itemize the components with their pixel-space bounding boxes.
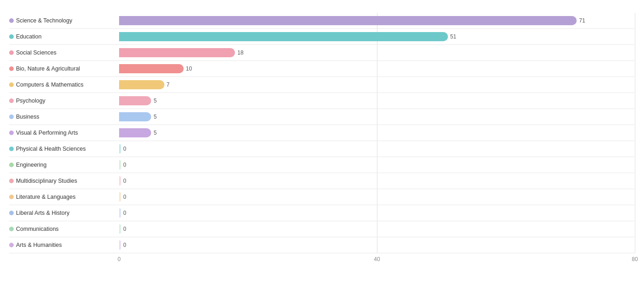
bar-row: Psychology5 xyxy=(9,93,635,109)
bar-value-label: 0 xyxy=(123,146,126,152)
label-dot xyxy=(9,98,14,103)
label-text: Physical & Health Sciences xyxy=(16,146,86,152)
bar-label: Literature & Languages xyxy=(9,194,119,200)
bar-row: Social Sciences18 xyxy=(9,45,635,61)
bar-value-label: 0 xyxy=(123,210,126,216)
label-text: Visual & Performing Arts xyxy=(16,130,78,136)
bar-fill xyxy=(119,192,121,202)
bar-label: Arts & Humanities xyxy=(9,242,119,248)
label-dot xyxy=(9,243,14,247)
label-dot xyxy=(9,163,14,167)
bar-row: Liberal Arts & History0 xyxy=(9,205,635,221)
bar-track: 5 xyxy=(119,109,635,125)
chart-area: Science & Technology71Education51Social … xyxy=(9,13,635,279)
bar-label: Social Sciences xyxy=(9,49,119,56)
grid-line xyxy=(635,125,635,141)
bar-value-label: 7 xyxy=(167,82,170,88)
label-dot xyxy=(9,211,14,215)
bar-row: Visual & Performing Arts5 xyxy=(9,125,635,141)
bar-value-label: 0 xyxy=(123,178,126,184)
label-dot xyxy=(9,34,14,39)
bar-row: Computers & Mathematics7 xyxy=(9,77,635,93)
bar-row: Science & Technology71 xyxy=(9,13,635,29)
label-text: Arts & Humanities xyxy=(16,242,62,248)
bar-track: 0 xyxy=(119,157,635,173)
grid-line xyxy=(635,173,635,189)
bar-row: Arts & Humanities0 xyxy=(9,237,635,253)
label-dot xyxy=(9,131,14,135)
label-dot xyxy=(9,115,14,119)
bar-track: 18 xyxy=(119,45,635,60)
label-text: Bio, Nature & Agricultural xyxy=(16,65,80,72)
bar-label: Multidisciplinary Studies xyxy=(9,178,119,184)
bar-value-label: 5 xyxy=(153,130,157,136)
label-dot xyxy=(9,227,14,231)
bar-track: 7 xyxy=(119,77,635,93)
bar-track: 0 xyxy=(119,237,635,253)
bar-label: Physical & Health Sciences xyxy=(9,146,119,152)
bar-row: Engineering0 xyxy=(9,157,635,173)
bar-value-label: 0 xyxy=(123,194,126,200)
grid-line xyxy=(635,141,635,157)
label-dot xyxy=(9,66,14,71)
grid-line xyxy=(635,109,635,125)
label-text: Computers & Mathematics xyxy=(16,82,83,88)
label-text: Liberal Arts & History xyxy=(16,210,70,216)
bar-fill xyxy=(119,64,184,73)
grid-line xyxy=(635,157,635,173)
bar-fill xyxy=(119,80,164,89)
label-text: Engineering xyxy=(16,162,47,168)
bar-row: Business5 xyxy=(9,109,635,125)
x-tick-label: 40 xyxy=(374,256,380,262)
bar-value-label: 71 xyxy=(579,17,585,24)
bar-fill xyxy=(119,144,121,153)
bar-fill xyxy=(119,160,121,169)
bar-fill xyxy=(119,208,121,218)
grid-line xyxy=(635,205,635,221)
bar-fill xyxy=(119,96,151,105)
bar-label: Education xyxy=(9,33,119,40)
bar-value-label: 5 xyxy=(153,98,157,104)
grid-line xyxy=(635,237,635,253)
label-text: Business xyxy=(16,114,39,120)
label-text: Multidisciplinary Studies xyxy=(16,178,77,184)
grid-line xyxy=(635,29,635,44)
label-dot xyxy=(9,82,14,87)
grid-line xyxy=(635,45,635,60)
bar-fill xyxy=(119,112,151,121)
bar-track: 0 xyxy=(119,141,635,157)
label-dot xyxy=(9,18,14,23)
bar-label: Bio, Nature & Agricultural xyxy=(9,65,119,72)
label-text: Literature & Languages xyxy=(16,194,76,200)
bar-label: Business xyxy=(9,114,119,120)
grid-line xyxy=(635,221,635,237)
bar-row: Physical & Health Sciences0 xyxy=(9,141,635,157)
bar-row: Communications0 xyxy=(9,221,635,237)
label-text: Science & Technology xyxy=(16,17,72,24)
bar-fill xyxy=(119,176,121,185)
grid-line xyxy=(635,61,635,76)
bar-track: 71 xyxy=(119,13,635,28)
bar-value-label: 0 xyxy=(123,226,126,232)
label-dot xyxy=(9,179,14,183)
grid-line xyxy=(635,77,635,93)
bar-value-label: 18 xyxy=(237,49,243,56)
bar-label: Computers & Mathematics xyxy=(9,82,119,88)
bar-label: Engineering xyxy=(9,162,119,168)
bar-label: Liberal Arts & History xyxy=(9,210,119,216)
bar-track: 0 xyxy=(119,221,635,237)
bar-value-label: 51 xyxy=(450,33,456,40)
bar-track: 0 xyxy=(119,205,635,221)
grid-line xyxy=(635,93,635,109)
x-tick-label: 0 xyxy=(118,256,121,262)
label-dot xyxy=(9,195,14,199)
bar-track: 0 xyxy=(119,189,635,205)
bar-row: Literature & Languages0 xyxy=(9,189,635,205)
bar-value-label: 0 xyxy=(123,162,126,168)
bar-label: Communications xyxy=(9,226,119,232)
bar-value-label: 0 xyxy=(123,242,126,248)
bar-track: 5 xyxy=(119,93,635,109)
bar-track: 0 xyxy=(119,173,635,189)
bar-row: Multidisciplinary Studies0 xyxy=(9,173,635,189)
bar-row: Bio, Nature & Agricultural10 xyxy=(9,61,635,77)
